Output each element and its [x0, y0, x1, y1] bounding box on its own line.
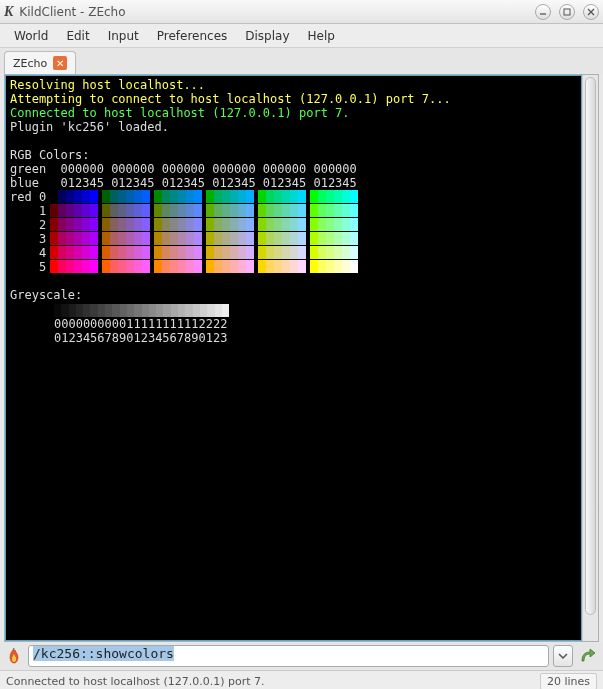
color-cell — [334, 260, 342, 273]
color-cell — [290, 260, 298, 273]
color-cell — [230, 218, 238, 231]
scroll-thumb[interactable] — [585, 77, 596, 615]
color-cell — [350, 218, 358, 231]
rgb-color-cube: red 0 1 2 3 4 5 — [10, 190, 577, 274]
color-cell — [178, 260, 186, 273]
color-cell — [342, 232, 350, 245]
color-cell — [266, 204, 274, 217]
red-row-label: 1 — [10, 204, 50, 218]
color-cell — [350, 246, 358, 259]
menu-world[interactable]: World — [6, 26, 56, 46]
grey-cell — [61, 304, 68, 317]
color-cell — [154, 190, 162, 203]
input-bar: /kc256::showcolors — [0, 642, 603, 670]
color-cell — [186, 260, 194, 273]
color-cell — [110, 246, 118, 259]
statusbar: Connected to host localhost (127.0.0.1) … — [0, 670, 603, 689]
window-controls — [535, 4, 599, 20]
color-cell — [222, 204, 230, 217]
menu-preferences[interactable]: Preferences — [149, 26, 236, 46]
color-cell — [246, 190, 254, 203]
close-button[interactable] — [583, 4, 599, 20]
color-cell — [142, 204, 150, 217]
color-cell — [326, 260, 334, 273]
minimize-button[interactable] — [535, 4, 551, 20]
color-cell — [222, 232, 230, 245]
color-cell — [214, 204, 222, 217]
color-cell — [162, 246, 170, 259]
app-icon: K — [4, 4, 13, 20]
grey-cell — [149, 304, 156, 317]
color-cell — [178, 190, 186, 203]
grey-cell — [112, 304, 119, 317]
color-cell — [186, 204, 194, 217]
menu-edit[interactable]: Edit — [58, 26, 97, 46]
color-cell — [186, 190, 194, 203]
tab-zecho[interactable]: ZEcho ✕ — [4, 51, 76, 74]
color-cell — [142, 190, 150, 203]
grey-label: 000000000011111111112222 — [54, 317, 577, 331]
tab-label: ZEcho — [13, 57, 47, 70]
grey-cell — [193, 304, 200, 317]
color-cell — [282, 260, 290, 273]
fire-icon[interactable] — [4, 646, 24, 666]
color-cell — [238, 260, 246, 273]
log-line: Connected to host localhost (127.0.0.1) … — [10, 106, 577, 120]
color-cell — [170, 204, 178, 217]
color-cell — [126, 260, 134, 273]
color-cell — [154, 204, 162, 217]
color-cell — [154, 232, 162, 245]
red-row-label: 2 — [10, 218, 50, 232]
grey-cell — [54, 304, 61, 317]
color-cell — [170, 190, 178, 203]
maximize-button[interactable] — [559, 4, 575, 20]
color-cell — [282, 232, 290, 245]
color-cell — [310, 218, 318, 231]
color-cell — [350, 232, 358, 245]
color-cell — [170, 232, 178, 245]
tab-close-icon[interactable]: ✕ — [53, 56, 67, 70]
color-cell — [318, 190, 326, 203]
color-cell — [90, 218, 98, 231]
color-cell — [214, 190, 222, 203]
color-cell — [90, 232, 98, 245]
send-button[interactable] — [577, 645, 599, 667]
color-cell — [258, 246, 266, 259]
log-line: Plugin 'kc256' loaded. — [10, 120, 577, 134]
grey-cell — [69, 304, 76, 317]
color-cell — [238, 218, 246, 231]
color-cell — [274, 218, 282, 231]
color-cell — [238, 232, 246, 245]
color-cell — [74, 246, 82, 259]
grey-cell — [83, 304, 90, 317]
color-cell — [110, 218, 118, 231]
color-cell — [74, 190, 82, 203]
color-cell — [230, 246, 238, 259]
rgb-green-row: green 000000 000000 000000 000000 000000… — [10, 162, 577, 176]
grey-cell — [120, 304, 127, 317]
color-cell — [102, 190, 110, 203]
terminal-output[interactable]: Resolving host localhost... Attempting t… — [5, 75, 582, 641]
color-cell — [214, 260, 222, 273]
grey-cell — [200, 304, 207, 317]
color-cell — [298, 260, 306, 273]
color-cell — [326, 232, 334, 245]
history-dropdown-button[interactable] — [553, 645, 573, 667]
grey-cell — [207, 304, 214, 317]
menu-help[interactable]: Help — [300, 26, 343, 46]
color-cell — [134, 232, 142, 245]
menu-display[interactable]: Display — [237, 26, 297, 46]
color-cell — [318, 232, 326, 245]
color-cell — [134, 190, 142, 203]
color-cell — [310, 260, 318, 273]
color-cell — [318, 218, 326, 231]
grey-cell — [185, 304, 192, 317]
color-cell — [162, 218, 170, 231]
color-cell — [126, 190, 134, 203]
command-input[interactable]: /kc256::showcolors — [28, 645, 549, 667]
menu-input[interactable]: Input — [100, 26, 147, 46]
color-cell — [126, 218, 134, 231]
color-cell — [238, 204, 246, 217]
color-cell — [214, 246, 222, 259]
scrollbar[interactable] — [582, 75, 598, 641]
